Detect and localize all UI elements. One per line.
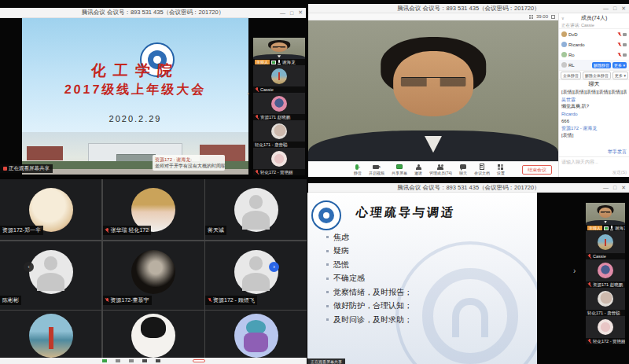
participant-tile[interactable]: 轻化172 - 贾艳丽 (586, 316, 625, 344)
slide-title-line1: 化工学院 (22, 61, 248, 81)
invite-icon (416, 164, 421, 170)
main-webcam-video (308, 20, 558, 161)
layout-grid-icon[interactable] (529, 15, 533, 19)
bullet-item: 觉察情绪，及时报告； (326, 285, 412, 300)
gallery-toolbar[interactable] (0, 358, 307, 364)
member-more-button[interactable]: 更多 ▾ (612, 62, 627, 68)
participant-tile[interactable]: 轻化171 - 唐音聪 (586, 288, 625, 316)
participant-name: Cassie (593, 254, 606, 259)
unmute-member-button[interactable]: 解除静音 (592, 62, 611, 68)
host-badge: 主持人 (587, 226, 602, 230)
participant-tile[interactable]: 资源171 赵晓鹏 (253, 93, 305, 120)
fullscreen-icon[interactable] (551, 15, 555, 19)
mute-all-button[interactable]: 全体静音 (561, 72, 581, 79)
camera-off-icon (623, 33, 627, 36)
participant-name: 蒋天诚 (208, 226, 224, 234)
avatar (598, 319, 613, 335)
gallery-tile[interactable]: 资源172 - 顾煜飞 (205, 241, 307, 310)
sidebar-collapse-chevron[interactable]: › (573, 267, 576, 274)
participant-name: 张华瑞 轻化172 (111, 226, 149, 234)
gallery-tile[interactable] (205, 311, 307, 358)
mic-muted-icon (587, 254, 591, 259)
slide-title: 心理疏导与调适 (355, 205, 456, 220)
video-gallery: 资源172-郑一辛 张华瑞 轻化172 蒋天诚 陈彬彬 资源172-董慕宇 资源… (0, 179, 307, 358)
minimize-icon[interactable]: — (603, 6, 609, 11)
settings-icon[interactable] (156, 359, 160, 362)
raise-hand-link[interactable]: 举手发言 (559, 149, 629, 156)
end-meeting-button[interactable]: 结束会议 (522, 165, 552, 175)
sidebar-collapse-chevron[interactable]: › (247, 90, 249, 97)
member-row[interactable]: Ro (559, 50, 629, 60)
avatar (561, 62, 567, 68)
bullet-item: 疑病 (326, 245, 412, 259)
screen-share-icon (271, 61, 276, 64)
gallery-tile[interactable] (103, 311, 204, 358)
screen-share-icon (604, 226, 609, 230)
member-row-selected[interactable]: RL 解除静音 更多 ▾ (559, 60, 629, 70)
prev-page-button[interactable]: ‹ (24, 262, 34, 272)
participant-tile[interactable]: 资源171 赵晓鹏 (586, 259, 625, 288)
mute-button[interactable]: ▾静音 (354, 164, 362, 175)
gallery-tile[interactable] (0, 311, 101, 358)
window-title: 腾讯会议 会议号：893 531 435（会议密码：201720） (82, 9, 224, 17)
minimize-icon[interactable]: — (603, 185, 609, 190)
collapse-chevron-icon[interactable]: ∨ (561, 16, 565, 20)
chat-messages[interactable]: [表情][表情][表情][表情][表情][表情][表情] 吴世霖 懒觉真爽,趴?… (559, 88, 629, 149)
screen-share-indicator: 正在观看屏幕共享 (0, 164, 53, 173)
slide-title-line2: 2017级线上年级大会 (22, 82, 248, 98)
member-row[interactable]: DvD (559, 29, 629, 39)
host-badge: 主持人 (255, 60, 270, 64)
participant-tile[interactable]: 轻化171 - 唐音聪 (253, 120, 305, 148)
mic-muted-icon (617, 53, 621, 57)
host-webcam-video (586, 203, 625, 225)
gallery-tile[interactable]: 陈彬彬 (0, 241, 101, 310)
next-page-button[interactable]: › (269, 262, 279, 272)
chat-icon[interactable] (142, 359, 147, 362)
chat-overlay-text: 老师对于开学有没有大概的时间呢… (155, 163, 223, 169)
invite-icon[interactable] (116, 359, 120, 362)
maximize-icon[interactable]: □ (290, 10, 293, 16)
avatar (598, 291, 613, 307)
end-meeting-button[interactable] (193, 359, 205, 362)
close-icon[interactable]: ✕ (621, 6, 626, 12)
settings-button[interactable]: 设置 (497, 164, 505, 175)
gallery-tile[interactable]: 资源172-董慕宇 (103, 241, 204, 310)
gallery-tile[interactable]: 蒋天诚 (205, 179, 307, 240)
screenshot-collage: 腾讯会议 会议号：893 531 435（会议密码：201720） — □ ✕ … (0, 0, 629, 364)
mic-muted-icon (255, 170, 259, 175)
chat-input[interactable]: 请输入聊天内容... 发送(S) (559, 156, 629, 177)
members-icon[interactable] (129, 359, 134, 362)
close-icon[interactable]: ✕ (621, 185, 626, 191)
title-bar: 腾讯会议 会议号：893 531 435（会议密码：201720） — □ ✕ (308, 183, 629, 193)
bullet-item: 焦虑 (326, 230, 412, 245)
participant-tile[interactable]: Cassie (586, 231, 625, 259)
participant-name: 谢海龙 (615, 226, 625, 231)
participant-tile[interactable]: Cassie (253, 65, 305, 93)
window-controls: — □ ✕ (603, 183, 626, 192)
share-screen-button[interactable]: 共享屏幕 (392, 164, 407, 175)
invite-button[interactable]: 邀请 (414, 164, 422, 175)
participant-tile-host[interactable]: 主持人 谢海龙 (586, 203, 625, 231)
participant-tile[interactable]: 轻化172 - 贾艳丽 (253, 148, 305, 175)
screen-share-icon[interactable] (102, 359, 107, 362)
maximize-icon[interactable]: □ (613, 185, 616, 190)
avatar (271, 96, 287, 112)
mic-muted-icon (105, 228, 109, 233)
meeting-docs-button[interactable]: 会议文档 (474, 164, 490, 175)
member-row[interactable]: Ricardo (559, 39, 629, 50)
more-actions-button[interactable]: 更多 ▾ (612, 72, 628, 79)
manage-members-button[interactable]: 管理成员(74) (429, 164, 452, 175)
camera-button[interactable]: ▾开启视频 (369, 164, 384, 175)
send-button[interactable]: 发送(S) (612, 170, 627, 175)
avatar (234, 314, 278, 358)
gallery-tile[interactable]: 张华瑞 轻化172 (103, 179, 204, 240)
gallery-tile[interactable]: 资源172-郑一辛 (0, 179, 101, 240)
participant-sidebar: 主持人 谢海龙 Cassie 资源171 赵晓鹏 轻化171 - 唐音聪 轻化1… (586, 203, 625, 344)
maximize-icon[interactable]: □ (613, 6, 616, 11)
bullet-item: 不确定感 (326, 272, 412, 286)
chat-button[interactable]: 聊天 (459, 164, 467, 175)
close-icon[interactable]: ✕ (298, 9, 303, 16)
participant-tile-host[interactable]: 主持人 谢海龙 (253, 38, 305, 65)
minimize-icon[interactable]: — (280, 10, 285, 16)
unmute-all-button[interactable]: 解除全体静音 (583, 72, 611, 79)
